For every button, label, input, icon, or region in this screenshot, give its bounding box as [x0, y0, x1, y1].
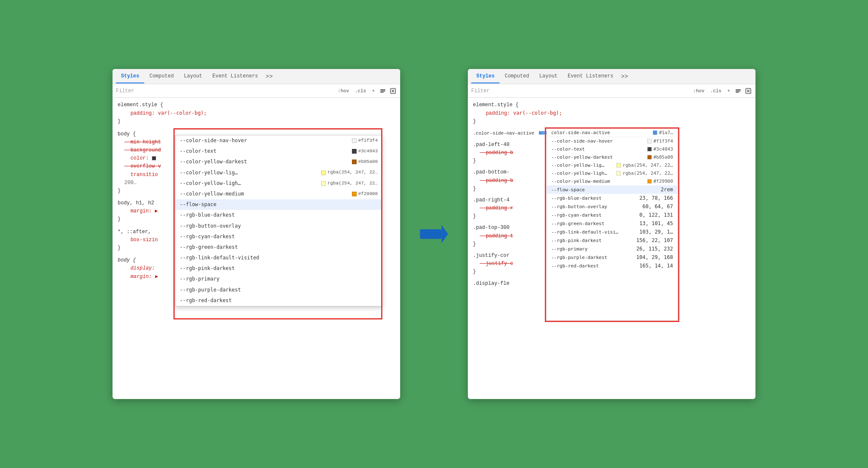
computed-var-rgb-green[interactable]: --rgb-green-darkest 13, 101, 45 — [547, 219, 677, 228]
right-filter-buttons: :hov .cls + — [692, 87, 752, 95]
autocomplete-item-yellow-lig1[interactable]: --color-yellow-lig… rgba(254, 247, 22… — [176, 168, 382, 178]
icon-style-left-1[interactable] — [379, 87, 387, 95]
computed-var-rgb-red[interactable]: --rgb-red-darkest 165, 14, 14 — [547, 262, 677, 270]
autocomplete-item-yellow-ligh2[interactable]: --color-yellow-ligh… rgba(254, 247, 22… — [176, 178, 382, 189]
direction-arrow — [419, 223, 449, 245]
left-filter-bar: :hov .cls + — [113, 84, 400, 98]
tab-layout-left[interactable]: Layout — [179, 70, 207, 83]
computed-var-rgb-purple[interactable]: --rgb-purple-darkest 104, 29, 168 — [547, 253, 677, 262]
tab-event-listeners-left[interactable]: Event Listeners — [207, 70, 263, 83]
left-filter-buttons: :hov .cls + — [336, 87, 397, 95]
cls-button-left[interactable]: .cls — [353, 88, 368, 94]
swatch-r-nav-hover — [647, 139, 652, 143]
computed-var-rgb-pink[interactable]: --rgb-pink-darkest 156, 22, 107 — [547, 236, 677, 245]
svg-rect-1 — [380, 91, 385, 91]
rule-element-style-left: element.style { padding: var(--color-bg)… — [113, 100, 400, 127]
svg-rect-7 — [736, 89, 741, 90]
tab-computed-right[interactable]: Computed — [500, 70, 534, 83]
computed-var-rgb-cyan[interactable]: --rgb-cyan-darkest 0, 122, 131 — [547, 211, 677, 219]
swatch-r-yellow-med — [647, 179, 652, 184]
autocomplete-item-rgb-green[interactable]: --rgb-green-darkest — [176, 242, 382, 253]
right-devtools-panel: Styles Computed Layout Event Listeners >… — [468, 69, 755, 399]
right-tab-bar: Styles Computed Layout Event Listeners >… — [468, 69, 755, 84]
autocomplete-item-rgb-red[interactable]: --rgb-red-darkest — [176, 295, 382, 306]
computed-var-nav-hover[interactable]: --color-side-nav-hover #f1f3f4 — [547, 137, 677, 145]
tab-styles-right[interactable]: Styles — [471, 70, 500, 83]
autocomplete-item-nav-hover[interactable]: --color-side-nav-hover #f1f3f4 — [176, 135, 382, 146]
left-devtools-panel: Styles Computed Layout Event Listeners >… — [113, 69, 400, 399]
computed-var-yellow-medium[interactable]: --color-yellow-medium #f29900 — [547, 177, 677, 185]
hov-button-right[interactable]: :hov — [692, 88, 706, 94]
computed-var-rgb-button[interactable]: --rgb-button-overlay 60, 64, 67 — [547, 202, 677, 211]
svg-rect-0 — [380, 89, 385, 90]
right-filter-bar: :hov .cls + — [468, 84, 755, 98]
swatch-r-yellow-dark — [647, 155, 652, 160]
autocomplete-item-rgb-purple[interactable]: --rgb-purple-darkest — [176, 285, 382, 295]
autocomplete-item-color-text[interactable]: --color-text #3c4043 — [176, 146, 382, 157]
autocomplete-item-yellow-medium[interactable]: --color-yellow-medium #f29900 — [176, 189, 382, 199]
tab-event-listeners-right[interactable]: Event Listeners — [563, 70, 618, 83]
icon-style-right-2[interactable] — [744, 87, 752, 95]
autocomplete-item-rgb-cyan[interactable]: --rgb-cyan-darkest — [176, 231, 382, 242]
svg-rect-2 — [380, 92, 384, 93]
computed-var-yellow-darkest[interactable]: --color-yellow-darkest #b05a00 — [547, 153, 677, 161]
autocomplete-item-rgb-button[interactable]: --rgb-button-overlay — [176, 221, 382, 231]
computed-var-yellow-ligh2[interactable]: --color-yellow-ligh… rgba(254, 247, 22… — [547, 169, 677, 177]
svg-rect-9 — [736, 92, 739, 93]
swatch-r-yellow-ligh2 — [616, 171, 621, 176]
tab-layout-right[interactable]: Layout — [534, 70, 563, 83]
right-computed-vars: color-side-nav-active #1a7… --color-side… — [547, 128, 678, 320]
right-styles-content: element.style { padding: var(--color-bg)… — [468, 98, 755, 399]
autocomplete-item-rgb-blue[interactable]: --rgb-blue-darkest — [176, 210, 382, 220]
swatch-yellow-medium — [352, 192, 357, 196]
swatch-yellow-ligh2 — [321, 181, 326, 186]
svg-rect-8 — [736, 91, 741, 91]
icon-style-right-1[interactable] — [734, 87, 742, 95]
swatch-r-color-text — [647, 147, 652, 151]
swatch-nav-active — [653, 130, 657, 135]
computed-var-color-text[interactable]: --color-text #3c4043 — [547, 145, 677, 153]
tab-more-left[interactable]: >> — [263, 70, 275, 83]
swatch-yellow-darkest — [352, 160, 357, 164]
computed-var-rgb-primary[interactable]: --rgb-primary 26, 115, 232 — [547, 245, 677, 253]
autocomplete-item-rgb-pink[interactable]: --rgb-pink-darkest — [176, 263, 382, 274]
hov-button-left[interactable]: :hov — [336, 88, 351, 94]
swatch-r-yellow-lig1 — [616, 163, 621, 168]
computed-var-nav-active[interactable]: color-side-nav-active #1a7… — [547, 129, 677, 137]
autocomplete-item-flow-space[interactable]: --flow-space — [176, 199, 382, 210]
autocomplete-item-yellow-darkest[interactable]: --color-yellow-darkest #b05a00 — [176, 157, 382, 167]
swatch-nav-hover — [352, 138, 357, 143]
left-autocomplete-dropdown: --color-side-nav-hover #f1f3f4 --color-t… — [175, 135, 382, 306]
tab-styles-left[interactable]: Styles — [116, 70, 144, 83]
icon-style-left-2[interactable] — [389, 87, 397, 95]
swatch-yellow-lig1 — [321, 171, 326, 175]
right-filter-input[interactable] — [471, 88, 688, 94]
left-filter-input[interactable] — [116, 88, 333, 94]
left-tab-bar: Styles Computed Layout Event Listeners >… — [113, 69, 400, 84]
computed-var-rgb-blue[interactable]: --rgb-blue-darkest 23, 78, 166 — [547, 194, 677, 202]
computed-var-rgb-link[interactable]: --rgb-link-default-visited… 103, 29, 1… — [547, 228, 677, 236]
rule-element-style-right: element.style { padding: var(--color-bg)… — [468, 100, 755, 127]
cls-button-right[interactable]: .cls — [709, 88, 723, 94]
add-style-button-right[interactable]: + — [725, 88, 732, 94]
computed-var-flow-space[interactable]: --flow-space 2rem — [547, 185, 677, 194]
tab-computed-left[interactable]: Computed — [144, 70, 179, 83]
computed-var-yellow-lig1[interactable]: --color-yellow-lig… rgba(254, 247, 22… — [547, 161, 677, 169]
arrow-container — [417, 223, 451, 245]
svg-marker-6 — [442, 225, 448, 243]
autocomplete-item-rgb-link[interactable]: --rgb-link-default-visited — [176, 253, 382, 263]
left-styles-content: element.style { padding: var(--color-bg)… — [113, 98, 400, 399]
autocomplete-item-rgb-primary[interactable]: --rgb-primary — [176, 274, 382, 284]
swatch-color-text — [352, 149, 357, 154]
add-style-button-left[interactable]: + — [370, 88, 376, 94]
svg-rect-5 — [420, 229, 442, 239]
tab-more-right[interactable]: >> — [618, 70, 631, 83]
